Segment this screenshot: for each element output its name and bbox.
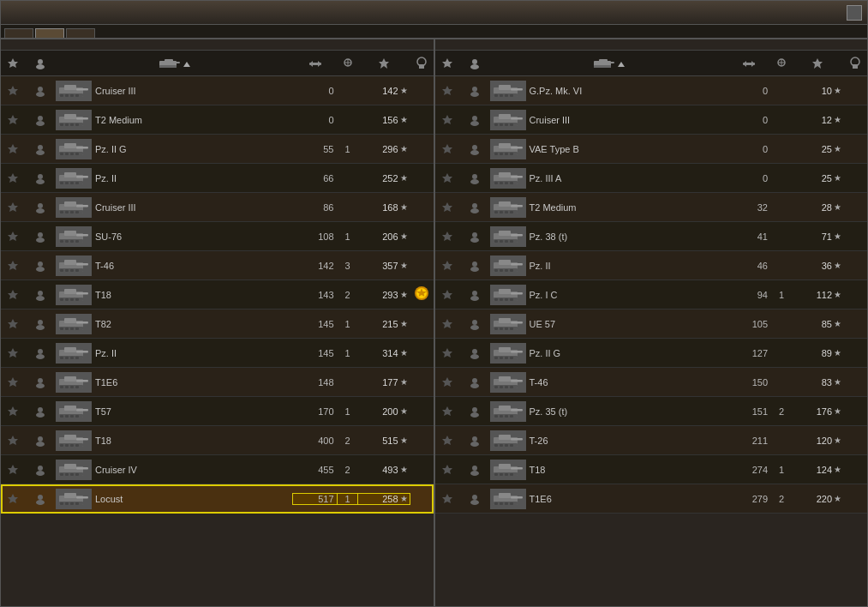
table-row: T82 145 1 215 ★ — [1, 310, 434, 339]
svg-point-256 — [472, 232, 477, 237]
damage-value: 127 — [727, 348, 771, 358]
rank-icon — [435, 435, 459, 447]
tank-image — [56, 489, 92, 509]
svg-rect-240 — [494, 182, 498, 184]
svg-marker-173 — [8, 494, 18, 503]
star-icon: ★ — [400, 144, 408, 153]
tank-image — [56, 460, 92, 480]
damage-value: 86 — [293, 202, 338, 213]
svg-rect-156 — [76, 438, 88, 441]
tank-name: T18 — [526, 465, 727, 475]
svg-rect-76 — [76, 234, 88, 237]
svg-rect-339 — [494, 444, 498, 447]
rank-col-header — [1, 57, 25, 70]
svg-rect-340 — [500, 444, 503, 447]
svg-rect-363 — [505, 502, 508, 505]
svg-rect-102 — [70, 298, 74, 301]
tab-bar — [1, 25, 867, 39]
table-row: T1E6 279 2 220 ★ — [435, 484, 868, 514]
star-icon: ★ — [400, 377, 408, 387]
tank-name: Pz. II — [92, 348, 293, 358]
svg-rect-284 — [494, 298, 498, 301]
enemy-team-col-headers — [435, 51, 868, 76]
svg-marker-233 — [442, 173, 452, 183]
damage-value: 274 — [727, 465, 771, 475]
svg-rect-350 — [494, 473, 498, 476]
kills-value: 3 — [338, 261, 358, 271]
svg-point-245 — [472, 203, 477, 208]
player-icon — [459, 114, 490, 126]
player-icon — [459, 231, 490, 243]
svg-marker-184 — [442, 58, 452, 68]
svg-rect-188 — [599, 59, 608, 63]
tank-name: T18 — [92, 290, 293, 300]
tab-personal-score[interactable] — [4, 28, 33, 38]
svg-rect-304 — [511, 351, 523, 353]
tab-detailed-report[interactable] — [66, 28, 95, 38]
svg-marker-288 — [442, 319, 452, 328]
tank-col-header — [490, 57, 727, 69]
svg-rect-337 — [511, 438, 523, 441]
svg-rect-78 — [60, 240, 63, 243]
tank-name: Pz. II G — [526, 348, 727, 358]
svg-point-18 — [36, 92, 45, 97]
rank-icon — [1, 201, 25, 213]
svg-point-323 — [470, 412, 479, 418]
svg-rect-328 — [494, 415, 498, 418]
svg-rect-149 — [70, 415, 74, 418]
damage-value: 0 — [293, 86, 338, 96]
svg-rect-101 — [65, 298, 69, 301]
svg-marker-49 — [8, 173, 18, 183]
star-icon: ★ — [834, 231, 841, 241]
svg-point-234 — [472, 174, 477, 179]
xp-value: 296 ★ — [358, 144, 410, 154]
svg-rect-353 — [510, 473, 513, 476]
xp-value: 156 ★ — [358, 115, 410, 125]
tank-image — [490, 226, 526, 247]
tank-name: Pz. II G — [92, 144, 293, 154]
xp-value: 36 ★ — [792, 261, 843, 271]
player-icon — [459, 172, 490, 184]
svg-rect-330 — [505, 415, 508, 418]
rank-icon — [1, 376, 25, 388]
damage-value: 148 — [293, 377, 338, 388]
player-icon — [459, 85, 490, 97]
svg-point-333 — [472, 436, 477, 442]
damage-value: 41 — [727, 231, 771, 242]
player-icon — [25, 85, 56, 97]
svg-marker-332 — [442, 436, 452, 445]
svg-rect-125 — [60, 357, 63, 359]
svg-rect-306 — [494, 357, 498, 359]
svg-rect-273 — [494, 269, 498, 272]
svg-rect-317 — [494, 386, 498, 388]
star-icon: ★ — [400, 319, 408, 328]
tank-name: UE 57 — [526, 319, 727, 329]
svg-point-223 — [472, 145, 477, 150]
table-row: VAE Type B 0 25 ★ — [435, 135, 868, 164]
close-button[interactable] — [847, 5, 862, 21]
svg-rect-307 — [500, 357, 503, 359]
damage-value: 0 — [727, 115, 771, 125]
xp-value: 83 ★ — [792, 377, 843, 388]
tab-team-score[interactable] — [35, 28, 64, 38]
svg-rect-35 — [65, 123, 69, 126]
svg-marker-277 — [442, 290, 452, 299]
svg-point-322 — [472, 407, 477, 412]
kills-value: 2 — [338, 290, 358, 300]
tank-image — [490, 314, 526, 334]
player-icon — [25, 260, 56, 272]
svg-rect-351 — [500, 473, 503, 476]
tank-name: Pz. II — [526, 261, 727, 271]
damage-value: 66 — [293, 173, 338, 183]
svg-point-312 — [470, 383, 479, 388]
xp-value: 206 ★ — [358, 231, 410, 242]
player-icon — [459, 318, 490, 330]
damage-value: 279 — [727, 494, 771, 504]
xp-value: 85 ★ — [792, 319, 843, 329]
tank-name: T82 — [92, 319, 293, 329]
svg-marker-321 — [442, 406, 452, 416]
svg-rect-241 — [500, 182, 503, 184]
rank-icon — [435, 260, 459, 272]
star-icon: ★ — [834, 465, 841, 474]
table-row: UE 57 105 85 ★ — [435, 310, 868, 339]
